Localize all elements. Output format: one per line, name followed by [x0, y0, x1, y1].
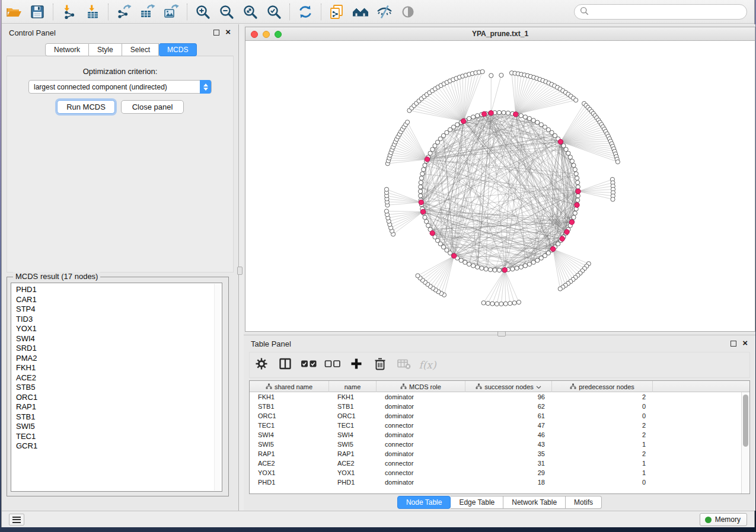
graph-node[interactable]	[523, 264, 527, 268]
graph-node[interactable]	[572, 215, 576, 219]
graph-node[interactable]	[576, 194, 580, 198]
delete-table-button[interactable]	[392, 354, 416, 376]
zoom-out-button[interactable]	[215, 2, 238, 21]
import-network-button[interactable]	[57, 2, 81, 21]
show-all-button[interactable]	[396, 2, 420, 21]
mcds-result-item[interactable]: STB1	[16, 412, 222, 422]
mcds-result-item[interactable]: SWI5	[16, 422, 222, 432]
graph-hub-node[interactable]	[575, 203, 579, 207]
graph-leaf-node[interactable]	[574, 98, 578, 102]
mcds-result-item[interactable]: ACE2	[16, 373, 222, 383]
table-scrollbar-thumb[interactable]	[743, 395, 748, 447]
graph-node[interactable]	[535, 258, 540, 262]
graph-node[interactable]	[497, 110, 501, 114]
graph-hub-node[interactable]	[461, 118, 465, 123]
graph-node[interactable]	[419, 194, 423, 198]
tab-select[interactable]: Select	[122, 43, 159, 56]
graph-node[interactable]	[573, 168, 577, 172]
graph-node[interactable]	[428, 151, 432, 155]
graph-leaf-node[interactable]	[611, 197, 615, 201]
graph-node[interactable]	[564, 148, 568, 152]
graph-hub-node[interactable]	[551, 246, 556, 251]
table-row[interactable]: TEC1TEC1connector472	[250, 421, 741, 430]
graph-node[interactable]	[515, 266, 519, 270]
export-image-button[interactable]	[160, 2, 183, 21]
graph-leaf-node[interactable]	[490, 302, 495, 306]
graph-node[interactable]	[419, 176, 423, 180]
close-panel-icon[interactable]: ×	[742, 338, 748, 348]
mcds-result-item[interactable]: ORC1	[16, 393, 222, 403]
graph-hub-node[interactable]	[425, 157, 429, 162]
mcds-result-list[interactable]: PHD1CAR1STP4TID3YOX1SWI4SRD1PMA2FKH1ACE2…	[11, 283, 222, 492]
import-table-button[interactable]	[81, 2, 104, 21]
graph-node[interactable]	[576, 181, 580, 185]
tab-motifs[interactable]: Motifs	[566, 496, 602, 509]
deselect-all-button[interactable]	[321, 354, 344, 376]
export-network-button[interactable]	[112, 2, 136, 21]
graph-node[interactable]	[572, 164, 576, 168]
table-row[interactable]: ORC1ORC1dominator610	[250, 411, 741, 421]
graph-node[interactable]	[506, 111, 510, 115]
column-header-predecessor-nodes[interactable]: predecessor nodes	[552, 381, 653, 392]
export-table-button[interactable]	[136, 2, 160, 21]
table-row[interactable]: PHD1PHD1dominator180	[250, 477, 741, 487]
refresh-button[interactable]	[294, 2, 317, 21]
optimization-criterion-select[interactable]: largest connected component (undirected)	[28, 80, 212, 94]
graph-hub-node[interactable]	[481, 111, 486, 116]
graph-node[interactable]	[575, 176, 579, 180]
console-button[interactable]	[9, 514, 24, 525]
graph-leaf-node[interactable]	[516, 300, 521, 305]
graph-leaf-node[interactable]	[486, 301, 490, 305]
graph-hub-node[interactable]	[560, 236, 564, 241]
graph-node[interactable]	[574, 172, 578, 176]
close-panel-button[interactable]: Close panel	[121, 100, 184, 114]
graph-node[interactable]	[476, 114, 480, 118]
graph-node[interactable]	[523, 115, 527, 119]
add-column-button[interactable]	[344, 354, 368, 376]
column-header-mcds-role[interactable]: MCDS role	[377, 381, 465, 392]
function-builder-button[interactable]: f(x)	[416, 354, 439, 376]
graph-leaf-node[interactable]	[495, 302, 499, 306]
graph-node[interactable]	[484, 267, 488, 271]
mcds-result-item[interactable]: TID3	[16, 315, 222, 325]
open-file-button[interactable]	[2, 2, 25, 21]
graph-leaf-node[interactable]	[406, 120, 410, 124]
float-panel-icon[interactable]	[213, 30, 219, 36]
graph-hub-node[interactable]	[452, 254, 457, 258]
graph-node[interactable]	[531, 260, 535, 264]
network-graph[interactable]	[245, 41, 756, 331]
graph-hub-node[interactable]	[489, 111, 493, 116]
tab-edge-table[interactable]: Edge Table	[451, 496, 503, 509]
table-row[interactable]: ACE2ACE2connector311	[250, 459, 741, 468]
clone-network-button[interactable]	[325, 2, 349, 21]
hide-selected-button[interactable]	[372, 2, 396, 21]
graph-node[interactable]	[519, 265, 523, 269]
graph-hub-node[interactable]	[420, 209, 425, 214]
graph-leaf-node[interactable]	[384, 187, 388, 191]
table-row[interactable]: RAP1RAP1dominator352	[250, 449, 741, 459]
settings-gear-button[interactable]	[250, 354, 273, 376]
float-panel-icon[interactable]	[731, 341, 736, 347]
list-scrollbar-track[interactable]	[214, 284, 221, 491]
mcds-result-item[interactable]: STP4	[16, 305, 222, 315]
graph-node[interactable]	[489, 268, 493, 272]
graph-hub-node[interactable]	[513, 112, 518, 117]
mcds-result-item[interactable]: STB5	[16, 383, 222, 393]
graph-node[interactable]	[459, 258, 463, 262]
graph-hub-node[interactable]	[558, 139, 563, 144]
graph-leaf-node[interactable]	[481, 301, 486, 305]
save-session-button[interactable]	[25, 2, 49, 21]
zoom-fit-button[interactable]	[238, 2, 262, 21]
graph-node[interactable]	[576, 185, 580, 189]
table-row[interactable]: SWI4SWI4dominator462	[250, 430, 741, 440]
graph-node[interactable]	[566, 151, 570, 155]
graph-node[interactable]	[471, 115, 476, 119]
horizontal-splitter-handle[interactable]	[497, 331, 506, 336]
network-window-titlebar[interactable]: YPA_prune.txt_1	[245, 27, 755, 41]
graph-node[interactable]	[519, 114, 523, 118]
mcds-result-item[interactable]: PHD1	[16, 285, 222, 295]
graph-node[interactable]	[418, 189, 422, 193]
delete-column-button[interactable]	[368, 354, 392, 376]
graph-leaf-node[interactable]	[503, 302, 508, 306]
graph-node[interactable]	[535, 120, 540, 124]
